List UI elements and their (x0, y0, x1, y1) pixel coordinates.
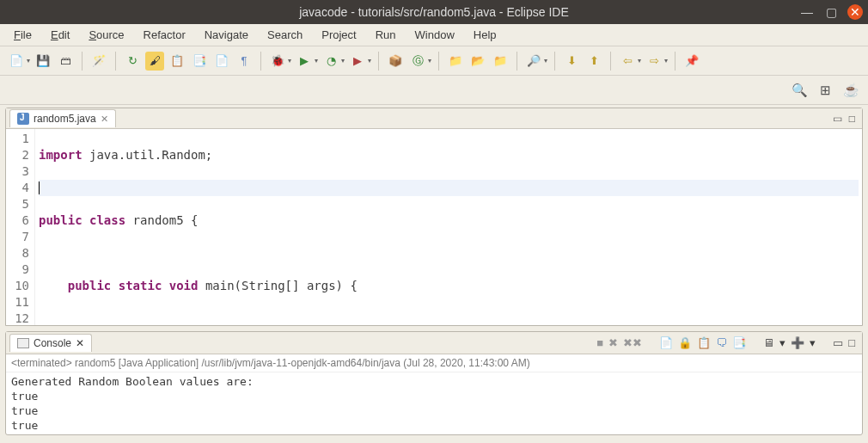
menu-bar: File Edit Source Refactor Navigate Searc… (0, 24, 868, 46)
editor-tab-close-icon[interactable]: ✕ (101, 114, 108, 125)
menu-help[interactable]: Help (465, 26, 505, 44)
menu-edit[interactable]: Edit (42, 26, 78, 44)
ext-tools-button[interactable]: ▶ (348, 52, 367, 71)
pin-button[interactable]: 📌 (682, 52, 701, 71)
maximize-button[interactable]: ▢ (823, 4, 839, 20)
menu-run[interactable]: Run (367, 26, 405, 44)
new-pkg-button[interactable]: 📦 (386, 52, 405, 71)
new-button[interactable]: 📄 (7, 52, 26, 71)
console-minimize-icon[interactable]: ▭ (833, 336, 843, 349)
source-text[interactable]: import java.util.Random; public class ra… (35, 129, 862, 325)
menu-source[interactable]: Source (80, 26, 132, 44)
console-output[interactable]: Generated Random Boolean values are:true… (6, 372, 862, 434)
console-pin-button[interactable]: 🗨 (716, 336, 727, 349)
editor-area: random5.java ✕ ▭ □ 1 2 3 4 5 6 7 8 9 10 … (5, 108, 863, 326)
console-maximize-icon[interactable]: □ (848, 336, 855, 349)
pilcrow-button[interactable]: ¶ (235, 52, 254, 71)
menu-search[interactable]: Search (259, 26, 311, 44)
wand-button[interactable]: 🪄 (89, 52, 108, 71)
fwd-button[interactable]: ⇨ (645, 52, 663, 71)
close-button[interactable]: ✕ (847, 4, 863, 20)
console-terminate-button[interactable]: ■ (596, 336, 603, 349)
open-perspective-button[interactable]: ⊞ (820, 83, 831, 98)
console-removeall-button[interactable]: ✖✖ (623, 336, 642, 349)
editor-minimize-icon[interactable]: ▭ (833, 113, 842, 125)
window-title: javacode - tutorials/src/random5.java - … (299, 5, 569, 19)
console-remove-button[interactable]: ✖ (608, 336, 618, 349)
console-area: Console ✕ ■ ✖ ✖✖ 📄 🔒 📋 🗨 📑 🖥▾ ➕▾ ▭ □ <te… (5, 331, 863, 435)
menu-project[interactable]: Project (313, 26, 364, 44)
console-tab-close-icon[interactable]: ✕ (76, 337, 84, 349)
console-tab-label: Console (34, 337, 71, 349)
next-ann-button[interactable]: ⬇ (562, 52, 581, 71)
save-all-button[interactable]: 🗃 (56, 52, 75, 71)
editor-maximize-icon[interactable]: □ (849, 113, 855, 125)
open-type-button[interactable]: 📁 (446, 52, 465, 71)
editor-tab-row: random5.java ✕ ▭ □ (6, 108, 862, 129)
console-newview-button[interactable]: ➕ (791, 336, 804, 349)
window-titlebar: javacode - tutorials/src/random5.java - … (0, 0, 868, 24)
prev-ann-button[interactable]: ⬆ (584, 52, 603, 71)
new-class-button[interactable]: Ⓖ (408, 52, 427, 71)
perspective-bar: 🔍 ⊞ ☕ (0, 76, 868, 105)
debug-button[interactable]: 🐞 (268, 52, 287, 71)
back-button[interactable]: ⇦ (618, 52, 637, 71)
line-gutter: 1 2 3 4 5 6 7 8 9 10 11 12 (6, 129, 35, 325)
open-res-button[interactable]: 📁 (491, 52, 510, 71)
refresh-button[interactable]: ↻ (123, 52, 142, 71)
search-icon[interactable]: 🔍 (792, 83, 808, 98)
console-wrap-button[interactable]: 📋 (697, 336, 711, 349)
console-clear-button[interactable]: 📄 (659, 336, 673, 349)
menu-navigate[interactable]: Navigate (196, 26, 257, 44)
console-tab[interactable]: Console ✕ (9, 334, 92, 352)
console-display-button[interactable]: 🖥 (763, 336, 774, 349)
menu-refactor[interactable]: Refactor (135, 26, 194, 44)
doc1-button[interactable]: 📋 (168, 52, 186, 71)
doc3-button[interactable]: 📄 (212, 52, 231, 71)
java-file-icon (17, 113, 29, 125)
menu-window[interactable]: Window (406, 26, 463, 44)
save-button[interactable]: 💾 (34, 52, 52, 71)
menu-file[interactable]: File (5, 26, 40, 44)
doc2-button[interactable]: 📑 (190, 52, 209, 71)
console-show-button[interactable]: 📑 (732, 336, 746, 349)
console-scroll-lock-button[interactable]: 🔒 (678, 336, 692, 349)
editor-tab-label: random5.java (34, 113, 96, 125)
minimize-button[interactable]: — (799, 4, 815, 20)
search2-button[interactable]: 🔎 (524, 52, 543, 71)
open-task-button[interactable]: 📂 (468, 52, 487, 71)
console-process-line: <terminated> random5 [Java Application] … (6, 354, 862, 372)
coverage-button[interactable]: ◔ (321, 52, 340, 71)
brush-button[interactable]: 🖌 (145, 52, 164, 71)
console-icon (17, 338, 29, 348)
console-tab-row: Console ✕ ■ ✖ ✖✖ 📄 🔒 📋 🗨 📑 🖥▾ ➕▾ ▭ □ (6, 332, 862, 354)
editor-tab-random5[interactable]: random5.java ✕ (9, 109, 116, 127)
run-button[interactable]: ▶ (295, 52, 314, 71)
code-editor[interactable]: 1 2 3 4 5 6 7 8 9 10 11 12 import java.u… (6, 129, 862, 325)
main-toolbar: 📄▾ 💾 🗃 🪄 ↻ 🖌 📋 📑 📄 ¶ 🐞▾ ▶▾ ◔▾ ▶▾ 📦 Ⓖ▾ 📁 … (0, 46, 868, 76)
java-perspective-button[interactable]: ☕ (843, 83, 859, 98)
